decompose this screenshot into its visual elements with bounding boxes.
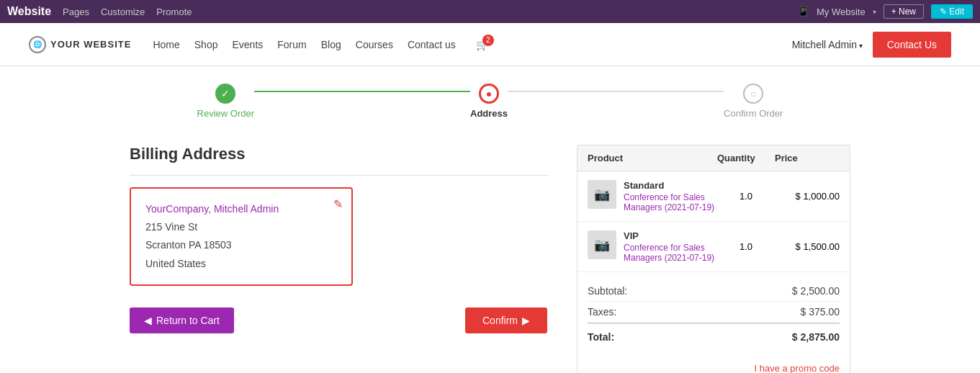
product-thumb-1: 📷 bbox=[588, 180, 616, 209]
step3-circle: ○ bbox=[743, 84, 763, 104]
progress-steps: ✓ Review Order ● Address ○ Confirm Order bbox=[0, 66, 980, 130]
product-cell-2: 📷 VIP Conference for Sales Managers (202… bbox=[588, 230, 717, 263]
step-confirm-order: ○ Confirm Order bbox=[724, 84, 783, 119]
phone-icon: 📱 bbox=[797, 6, 809, 17]
admin-nav-pages[interactable]: Pages bbox=[63, 6, 89, 17]
subtotal-value: $ 2,500.00 bbox=[792, 285, 840, 297]
address-country: United States bbox=[145, 255, 337, 273]
summary-totals: Subtotal: $ 2,500.00 Taxes: $ 375.00 Tot… bbox=[577, 272, 850, 356]
admin-nav-promote[interactable]: Promote bbox=[156, 6, 192, 17]
confirm-button[interactable]: Confirm ▶ bbox=[465, 307, 547, 333]
nav-blog[interactable]: Blog bbox=[321, 39, 341, 50]
billing-divider bbox=[130, 175, 548, 176]
confirm-label: Confirm bbox=[482, 315, 518, 326]
step-review: ✓ Review Order bbox=[197, 84, 254, 119]
product-thumb-2: 📷 bbox=[588, 230, 616, 259]
return-cart-label: Return to Cart bbox=[156, 315, 220, 326]
my-website-chevron: ▾ bbox=[873, 8, 876, 16]
header-price: Price bbox=[775, 153, 840, 163]
order-summary: Product Quantity Price 📷 Standard Confer… bbox=[577, 145, 850, 373]
header-quantity: Quantity bbox=[717, 153, 775, 163]
admin-nav: Pages Customize Promote bbox=[63, 6, 192, 17]
product-name-1: Standard bbox=[624, 180, 717, 191]
nav-contact[interactable]: Contact us bbox=[408, 39, 456, 50]
user-menu[interactable]: Mitchell Admin bbox=[792, 39, 863, 50]
action-buttons: ◀ Return to Cart Confirm ▶ bbox=[130, 307, 547, 333]
subtotal-row: Subtotal: $ 2,500.00 bbox=[588, 281, 840, 302]
chevron-right-icon: ▶ bbox=[522, 315, 530, 326]
product-sub-1: Conference for Sales Managers (2021-07-1… bbox=[624, 192, 717, 212]
step-line-2 bbox=[508, 91, 724, 92]
total-row: Total: $ 2,875.00 bbox=[588, 323, 840, 347]
nav-shop[interactable]: Shop bbox=[194, 39, 218, 50]
billing-section: Billing Address ✎ YourCompany, Mitchell … bbox=[130, 145, 548, 373]
header-product: Product bbox=[588, 153, 717, 163]
table-row: 📷 Standard Conference for Sales Managers… bbox=[577, 171, 850, 222]
nav-events[interactable]: Events bbox=[232, 39, 263, 50]
product-name-2: VIP bbox=[624, 230, 717, 241]
subtotal-label: Subtotal: bbox=[588, 285, 627, 297]
return-to-cart-button[interactable]: ◀ Return to Cart bbox=[130, 307, 234, 333]
admin-nav-customize[interactable]: Customize bbox=[101, 6, 145, 17]
nav-links: Home Shop Events Forum Blog Courses Cont… bbox=[153, 39, 487, 50]
site-logo: 🌐 YOUR WEBSITE bbox=[29, 36, 131, 53]
admin-logo: Website bbox=[7, 5, 51, 18]
step3-label: Confirm Order bbox=[724, 108, 783, 119]
address-city: Scranton PA 18503 bbox=[145, 236, 337, 254]
nav-forum[interactable]: Forum bbox=[277, 39, 306, 50]
edit-address-icon[interactable]: ✎ bbox=[333, 197, 343, 211]
billing-title: Billing Address bbox=[130, 145, 548, 163]
my-website-link[interactable]: My Website bbox=[817, 6, 866, 17]
address-card: ✎ YourCompany, Mitchell Admin 215 Vine S… bbox=[130, 187, 353, 286]
table-row: 📷 VIP Conference for Sales Managers (202… bbox=[577, 222, 850, 272]
total-value: $ 2,875.00 bbox=[792, 331, 840, 343]
address-text: YourCompany, Mitchell Admin 215 Vine St … bbox=[145, 200, 337, 273]
chevron-left-icon: ◀ bbox=[144, 315, 152, 326]
nav-home[interactable]: Home bbox=[153, 39, 179, 50]
taxes-row: Taxes: $ 375.00 bbox=[588, 302, 840, 323]
edit-button[interactable]: ✎ Edit bbox=[931, 4, 973, 19]
taxes-label: Taxes: bbox=[588, 306, 616, 318]
step2-circle: ● bbox=[479, 84, 499, 104]
product-cell-1: 📷 Standard Conference for Sales Managers… bbox=[588, 180, 717, 212]
new-button[interactable]: + New bbox=[884, 4, 924, 19]
address-name: YourCompany, Mitchell Admin bbox=[145, 203, 279, 215]
step1-circle: ✓ bbox=[215, 84, 235, 104]
qty-2: 1.0 bbox=[717, 241, 775, 252]
step-address: ● Address bbox=[470, 84, 508, 119]
site-logo-text: YOUR WEBSITE bbox=[50, 39, 131, 50]
step1-label: Review Order bbox=[197, 108, 254, 119]
product-sub-2: Conference for Sales Managers (2021-07-1… bbox=[624, 243, 717, 263]
website-nav: 🌐 YOUR WEBSITE Home Shop Events Forum Bl… bbox=[0, 23, 980, 66]
address-street: 215 Vine St bbox=[145, 218, 337, 236]
main-content: Billing Address ✎ YourCompany, Mitchell … bbox=[0, 130, 980, 373]
nav-courses[interactable]: Courses bbox=[356, 39, 393, 50]
total-label: Total: bbox=[588, 331, 614, 343]
summary-header: Product Quantity Price bbox=[577, 145, 850, 171]
qty-1: 1.0 bbox=[717, 191, 775, 202]
cart-badge: 2 bbox=[482, 35, 494, 46]
step-line-1 bbox=[254, 91, 470, 92]
step2-label: Address bbox=[470, 108, 508, 119]
price-1: $ 1,000.00 bbox=[775, 191, 840, 202]
price-2: $ 1,500.00 bbox=[775, 241, 840, 252]
globe-icon: 🌐 bbox=[29, 36, 46, 53]
taxes-value: $ 375.00 bbox=[801, 306, 840, 318]
admin-bar: Website Pages Customize Promote 📱 My Web… bbox=[0, 0, 980, 23]
cart-icon[interactable]: 🛒 2 bbox=[476, 39, 488, 50]
promo-link[interactable]: I have a promo code bbox=[577, 356, 850, 373]
contact-us-button[interactable]: Contact Us bbox=[873, 32, 951, 58]
